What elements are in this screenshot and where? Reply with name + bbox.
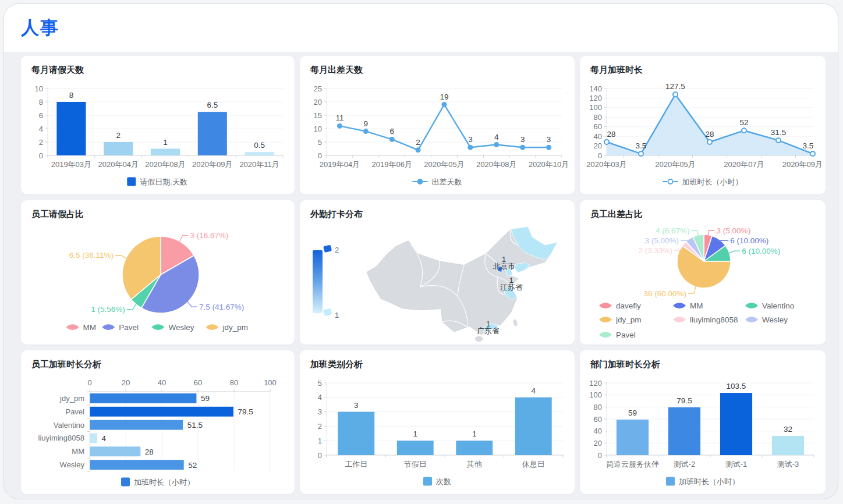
svg-text:51.5: 51.5 <box>187 421 203 430</box>
chart-title: 加班类别分析 <box>300 350 575 374</box>
svg-text:8: 8 <box>39 98 43 107</box>
svg-text:简道云服务伙伴: 简道云服务伙伴 <box>606 460 659 468</box>
svg-text:2020年04月: 2020年04月 <box>98 160 139 169</box>
bar-chart-department-overtime[interactable]: 02040608010012059简道云服务伙伴79.5测试-2103.5测试-… <box>580 374 826 494</box>
svg-text:28: 28 <box>145 448 154 456</box>
svg-text:2020年10月: 2020年10月 <box>529 160 569 169</box>
panel-monthly-leave-days: 每月请假天数 024681082019年03月22020年04月12020年08… <box>21 56 295 194</box>
chart-title: 员工加班时长分析 <box>21 350 295 374</box>
svg-text:测试-3: 测试-3 <box>777 460 799 468</box>
svg-text:2020年09月: 2020年09月 <box>192 160 232 169</box>
svg-text:127.5: 127.5 <box>665 82 685 91</box>
svg-text:2: 2 <box>416 138 420 147</box>
svg-text:7.5 (41.67%): 7.5 (41.67%) <box>199 303 244 311</box>
svg-text:36 (60.00%): 36 (60.00%) <box>643 289 686 298</box>
panel-employee-overtime: 员工加班时长分析 02040608010059jdy_pm79.5Pavel51… <box>21 350 295 494</box>
chart-title: 员工出差占比 <box>580 200 826 223</box>
china-map-field-checkin[interactable]: 1北京市1江苏省1广东省21 <box>300 223 575 345</box>
area-chart-monthly-overtime[interactable]: 020406080100120140283.5127.5285231.53.52… <box>580 79 826 194</box>
svg-text:120: 120 <box>589 94 602 102</box>
svg-text:60: 60 <box>594 122 602 131</box>
svg-text:4: 4 <box>39 125 43 133</box>
svg-text:80: 80 <box>594 403 602 411</box>
chart-title: 员工请假占比 <box>21 200 295 223</box>
svg-text:28: 28 <box>705 130 714 139</box>
dashboard: 人事 每月请假天数 024681082019年03月22020年04月12020… <box>0 0 843 504</box>
svg-text:测试-2: 测试-2 <box>674 460 696 468</box>
svg-text:3: 3 <box>468 135 473 144</box>
svg-text:休息日: 休息日 <box>522 460 545 468</box>
svg-text:出差天数: 出差天数 <box>432 178 462 186</box>
svg-text:1: 1 <box>318 436 322 445</box>
svg-text:52: 52 <box>188 461 197 470</box>
svg-text:100: 100 <box>589 103 602 112</box>
svg-text:4: 4 <box>494 133 499 141</box>
svg-text:40: 40 <box>594 427 602 435</box>
svg-text:31.5: 31.5 <box>771 128 786 137</box>
svg-text:0: 0 <box>39 151 43 160</box>
svg-text:20: 20 <box>594 439 602 448</box>
pie-chart-leave-ratio[interactable]: 3 (16.67%)7.5 (41.67%)6.5 (36.11%)1 (5.5… <box>21 223 295 345</box>
svg-text:加班时长（小时）: 加班时长（小时） <box>679 477 739 486</box>
svg-text:20: 20 <box>122 378 130 387</box>
svg-text:liuyiming8058: liuyiming8058 <box>38 434 85 442</box>
svg-text:2020年08月: 2020年08月 <box>476 160 516 169</box>
svg-text:2020年07月: 2020年07月 <box>724 160 764 169</box>
svg-text:11: 11 <box>335 113 343 122</box>
panel-trip-ratio: 员工出差占比 3 (5.00%)6 (10.00%)6 (10.00%)4 (6… <box>580 200 826 345</box>
svg-text:0.5: 0.5 <box>254 141 265 150</box>
svg-text:40: 40 <box>158 378 166 387</box>
svg-text:2019年06月: 2019年06月 <box>372 160 412 169</box>
svg-text:jdy_pm: jdy_pm <box>222 323 248 332</box>
svg-text:北京市: 北京市 <box>493 262 515 271</box>
svg-text:2 (3.33%): 2 (3.33%) <box>639 246 673 255</box>
svg-text:80: 80 <box>594 113 602 122</box>
svg-text:20: 20 <box>594 141 602 150</box>
hbar-chart-employee-overtime[interactable]: 02040608010059jdy_pm79.5Pavel51.5Valenti… <box>21 374 295 494</box>
svg-text:加班时长（小时）: 加班时长（小时） <box>682 178 743 186</box>
svg-text:140: 140 <box>589 84 602 93</box>
svg-text:52: 52 <box>739 118 748 127</box>
svg-text:MM: MM <box>83 323 97 332</box>
svg-text:19: 19 <box>440 93 448 101</box>
chart-title: 每月请假天数 <box>21 56 295 79</box>
svg-text:Pavel: Pavel <box>65 407 84 416</box>
svg-text:6.5: 6.5 <box>207 101 218 109</box>
svg-text:4: 4 <box>531 386 536 395</box>
svg-text:120: 120 <box>589 379 602 388</box>
svg-text:测试-1: 测试-1 <box>725 460 748 468</box>
svg-text:jdy_pm: jdy_pm <box>59 394 84 403</box>
dashboard-card: 人事 每月请假天数 024681082019年03月22020年04月12020… <box>3 3 838 499</box>
svg-text:20: 20 <box>314 98 322 107</box>
svg-text:3.5: 3.5 <box>803 141 814 150</box>
svg-text:4: 4 <box>101 434 106 443</box>
svg-text:59: 59 <box>628 409 637 417</box>
svg-text:3 (16.67%): 3 (16.67%) <box>190 231 229 240</box>
svg-text:1: 1 <box>472 430 477 438</box>
svg-text:6 (10.00%): 6 (10.00%) <box>730 236 768 245</box>
svg-text:3: 3 <box>547 135 551 144</box>
svg-text:节假日: 节假日 <box>404 460 427 468</box>
bar-chart-overtime-category[interactable]: 0123453工作日1节假日1其他4休息日次数 <box>300 374 575 494</box>
svg-text:0: 0 <box>318 451 322 460</box>
svg-text:2: 2 <box>116 131 121 140</box>
svg-text:60: 60 <box>194 378 202 387</box>
svg-text:Valentino: Valentino <box>762 301 794 310</box>
bar-chart-monthly-leave[interactable]: 024681082019年03月22020年04月12020年08月6.5202… <box>21 79 295 194</box>
chart-title: 每月出差天数 <box>300 56 575 79</box>
svg-text:79.5: 79.5 <box>676 396 692 405</box>
svg-text:0: 0 <box>598 451 602 460</box>
svg-text:5: 5 <box>318 138 322 147</box>
svg-text:请假日期.天数: 请假日期.天数 <box>140 178 187 186</box>
line-chart-monthly-trip[interactable]: 0510152025119621934332019年04月2019年06月202… <box>300 79 575 194</box>
panel-department-overtime: 部门加班时长分析 02040608010012059简道云服务伙伴79.5测试-… <box>580 350 826 494</box>
pie-chart-trip-ratio[interactable]: 3 (5.00%)6 (10.00%)6 (10.00%)4 (6.67%)3 … <box>580 223 826 338</box>
svg-text:4 (6.67%): 4 (6.67%) <box>656 226 690 235</box>
svg-text:2019年03月: 2019年03月 <box>51 160 91 169</box>
svg-text:MM: MM <box>72 447 84 456</box>
svg-text:其他: 其他 <box>467 460 483 468</box>
svg-text:MM: MM <box>690 301 703 310</box>
svg-text:2020年09月: 2020年09月 <box>782 160 823 169</box>
svg-text:Valentino: Valentino <box>54 421 84 430</box>
svg-text:2020年03月: 2020年03月 <box>586 160 626 169</box>
